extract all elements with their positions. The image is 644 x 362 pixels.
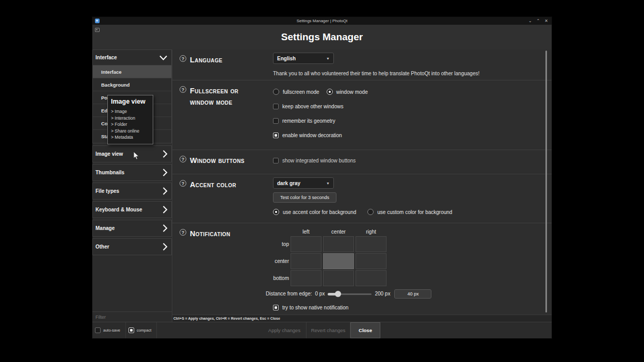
help-icon[interactable]: ? <box>180 229 186 236</box>
radio-label: use accent color for background <box>283 209 356 215</box>
help-icon[interactable]: ? <box>180 156 186 162</box>
tooltip-title: Image view <box>111 98 150 105</box>
position-cell-center-center[interactable] <box>323 253 354 269</box>
checkbox-native-notification[interactable]: try to show native notification <box>273 303 539 311</box>
sidebar-item-thumbnails[interactable]: Thumbnails <box>92 164 172 181</box>
section-title: Notification <box>190 228 230 239</box>
checkbox-icon <box>273 104 279 109</box>
radio-icon <box>273 209 279 215</box>
sidebar-subitem-interface[interactable]: Interface <box>93 65 171 78</box>
checkbox-keep-above[interactable]: keep above other windows <box>273 102 539 110</box>
titlebar[interactable]: Settings Manager | PhotoQt ⌄ ⌃ ✕ <box>92 17 552 25</box>
position-cell-bottom-center[interactable] <box>323 270 354 286</box>
tooltip-item: > Image <box>111 108 150 115</box>
sidebar-subitem-background[interactable]: Background <box>93 78 171 91</box>
minimize-icon[interactable]: ⌄ <box>528 19 532 23</box>
radio-window-mode[interactable]: window mode <box>327 88 368 96</box>
position-cell-center-left[interactable] <box>291 253 321 269</box>
tooltip-item: > Share online <box>111 128 150 135</box>
filter-row <box>92 311 172 322</box>
sidebar-item-manage[interactable]: Manage <box>92 220 172 237</box>
sidebar-item-label: Thumbnails <box>95 170 124 175</box>
image-thumbnail-icon <box>95 28 100 32</box>
checkbox-auto-save[interactable]: auto-save <box>92 322 126 338</box>
chevron-right-icon <box>162 205 168 214</box>
content-scrollbar[interactable] <box>545 51 547 312</box>
radio-accent-background[interactable]: use accent color for background <box>273 208 356 216</box>
sidebar-item-label: File types <box>95 188 119 194</box>
accent-color-dropdown[interactable]: dark gray ▼ <box>273 177 334 189</box>
checkbox-window-decoration[interactable]: enable window decoration <box>273 131 539 139</box>
section-language: ? Language English ▼ Thank you to all wh… <box>172 50 552 80</box>
sidebar-group-label: Interface <box>95 55 117 60</box>
apply-changes-button[interactable]: Apply changes <box>263 322 307 338</box>
chevron-down-icon <box>159 55 168 61</box>
desktop-background: Settings Manager | PhotoQt ⌄ ⌃ ✕ Setting… <box>0 0 644 362</box>
grid-col-label: center <box>323 229 354 235</box>
sidebar-subitem-label: Interface <box>101 69 122 75</box>
grid-col-label: left <box>291 229 321 235</box>
slider-max-label: 200 px <box>375 291 390 297</box>
checkbox-icon <box>128 327 134 333</box>
position-cell-bottom-right[interactable] <box>356 270 387 286</box>
page-title: Settings Manager <box>281 31 363 43</box>
chevron-right-icon <box>162 187 168 195</box>
bottom-buttons: Apply changes Revert changes Close <box>263 322 380 338</box>
chevron-down-icon: ▼ <box>326 57 330 60</box>
chevron-right-icon <box>162 224 168 233</box>
slider-handle[interactable] <box>335 291 341 297</box>
image-view-tooltip: Image view > Image > Interaction > Folde… <box>107 95 153 144</box>
maximize-icon[interactable]: ⌃ <box>537 19 540 23</box>
radio-custom-background[interactable]: use custom color for background <box>367 208 452 216</box>
bottom-bar: auto-save compact Apply changes Revert c… <box>92 322 552 338</box>
distance-slider[interactable] <box>328 291 372 297</box>
sidebar-items: Image view Thumbnails File types Keyboar… <box>92 145 172 257</box>
checkbox-integrated-buttons[interactable]: show integrated window buttons <box>273 156 539 164</box>
checkbox-label: show integrated window buttons <box>282 158 356 163</box>
checkbox-remember-geometry[interactable]: remember its geometry <box>273 117 539 125</box>
sidebar-subitem-label: Background <box>101 82 130 88</box>
language-dropdown[interactable]: English ▼ <box>273 53 334 64</box>
chevron-down-icon: ▼ <box>326 182 330 185</box>
revert-changes-button[interactable]: Revert changes <box>307 322 350 338</box>
sidebar-item-file-types[interactable]: File types <box>92 183 172 200</box>
sidebar-item-image-view[interactable]: Image view <box>92 145 172 162</box>
chevron-right-icon <box>162 150 168 158</box>
checkbox-label: compact <box>137 328 151 333</box>
checkbox-compact[interactable]: compact <box>126 322 157 338</box>
sidebar-item-keyboard-mouse[interactable]: Keyboard & Mouse <box>92 201 172 218</box>
close-icon[interactable]: ✕ <box>544 19 548 23</box>
position-cell-top-center[interactable] <box>323 236 354 252</box>
position-cell-top-left[interactable] <box>291 236 321 252</box>
position-cell-bottom-left[interactable] <box>291 270 321 286</box>
sidebar-group-interface[interactable]: Interface <box>92 50 172 65</box>
section-title: Fullscreen or window mode <box>190 85 258 108</box>
window-controls: ⌄ ⌃ ✕ <box>528 19 552 23</box>
distance-value-field[interactable]: 40 px <box>394 289 431 299</box>
radio-icon <box>367 209 374 215</box>
filter-input[interactable] <box>92 315 172 320</box>
help-icon[interactable]: ? <box>180 55 186 62</box>
checkbox-icon <box>95 327 101 333</box>
chevron-right-icon <box>162 242 168 251</box>
checkbox-label: auto-save <box>103 328 120 333</box>
help-icon[interactable]: ? <box>180 180 186 187</box>
accent-dropdown-value: dark gray <box>277 180 300 186</box>
radio-icon <box>327 89 333 95</box>
checkbox-icon <box>273 305 279 310</box>
position-cell-top-right[interactable] <box>356 236 387 252</box>
checkbox-icon <box>273 158 279 163</box>
sidebar: Interface Interface Background Pop Edg C… <box>92 50 172 322</box>
sidebar-item-label: Manage <box>95 225 115 231</box>
close-button[interactable]: Close <box>350 322 380 338</box>
settings-content: ? Language English ▼ Thank you to all wh… <box>172 50 552 322</box>
position-cell-center-right[interactable] <box>356 253 387 269</box>
test-color-button[interactable]: Test color for 3 seconds <box>273 192 336 203</box>
grid-row-label: bottom <box>273 275 289 281</box>
radio-fullscreen-mode[interactable]: fullscreen mode <box>273 88 319 96</box>
help-icon[interactable]: ? <box>180 86 186 93</box>
section-title: Accent color <box>190 179 236 190</box>
section-title: Window buttons <box>190 155 245 166</box>
sidebar-item-other[interactable]: Other <box>92 238 172 255</box>
checkbox-label: keep above other windows <box>282 104 343 109</box>
